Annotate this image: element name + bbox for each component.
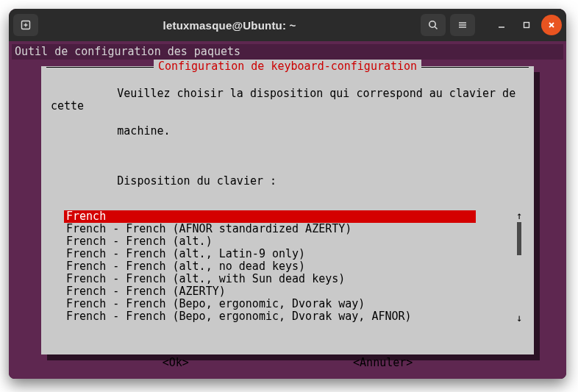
field-label: Disposition du clavier : xyxy=(117,174,276,188)
scroll-up-icon[interactable]: ↑ xyxy=(516,210,522,221)
list-item[interactable]: French xyxy=(64,210,476,223)
scroll-track[interactable] xyxy=(517,222,521,311)
titlebar: letuxmasque@Ubuntu: ~ xyxy=(9,9,566,41)
minimize-button[interactable] xyxy=(491,15,512,35)
close-button[interactable] xyxy=(541,15,562,35)
new-tab-button[interactable] xyxy=(13,14,38,36)
scrollbar[interactable]: ↑ ↓ xyxy=(515,210,523,323)
svg-point-3 xyxy=(429,21,435,27)
prompt-line-1: Veuillez choisir la disposition qui corr… xyxy=(51,87,522,113)
prompt-line-2: machine. xyxy=(117,124,170,138)
terminal-window: letuxmasque@Ubuntu: ~ xyxy=(9,9,566,379)
list-item[interactable]: French - French (alt., Latin-9 only) xyxy=(64,248,510,260)
package-config-header: Outil de configuration des paquets xyxy=(12,44,563,60)
terminal-area: Outil de configuration des paquets Confi… xyxy=(9,41,566,379)
scroll-thumb[interactable] xyxy=(517,222,521,255)
svg-line-4 xyxy=(435,26,437,29)
list-item[interactable]: French - French (alt., no dead keys) xyxy=(64,260,510,273)
dialog-title: Configuration de keyboard-configuration xyxy=(154,60,421,73)
list-item[interactable]: French - French (AZERTY) xyxy=(64,285,510,298)
ok-button[interactable]: <Ok> xyxy=(163,357,189,369)
svg-rect-9 xyxy=(524,23,529,28)
window-title: letuxmasque@Ubuntu: ~ xyxy=(38,19,421,32)
dialog-prompt: Veuillez choisir la disposition qui corr… xyxy=(51,75,524,200)
menu-button[interactable] xyxy=(450,14,475,36)
layout-listbox[interactable]: French French - French (AFNOR standardiz… xyxy=(64,210,510,323)
scroll-down-icon[interactable]: ↓ xyxy=(516,313,522,323)
list-item[interactable]: French - French (Bepo, ergonomic, Dvorak… xyxy=(64,310,510,323)
maximize-button[interactable] xyxy=(516,15,537,35)
search-button[interactable] xyxy=(421,14,446,36)
list-item[interactable]: French - French (AFNOR standardized AZER… xyxy=(64,223,510,235)
list-item[interactable]: French - French (alt., with Sun dead key… xyxy=(64,273,510,285)
list-item[interactable]: French - French (Bepo, ergonomic, Dvorak… xyxy=(64,298,510,310)
cancel-button[interactable]: <Annuler> xyxy=(353,357,413,369)
list-item[interactable]: French - French (alt.) xyxy=(64,235,510,248)
debconf-dialog: Configuration de keyboard-configuration … xyxy=(41,66,534,354)
